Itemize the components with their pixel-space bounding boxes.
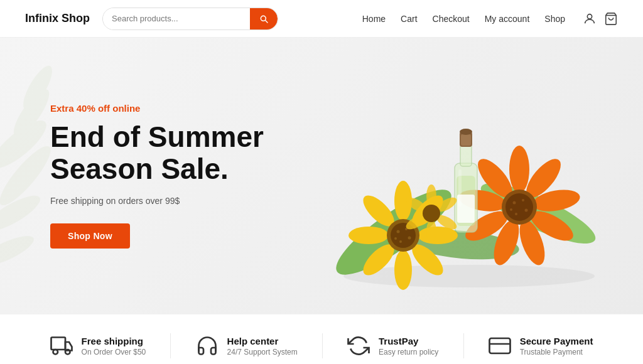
- nav-checkout[interactable]: Checkout: [433, 14, 470, 24]
- feature-trustpay-subtitle: Easy return policy: [379, 348, 438, 356]
- feature-secure-payment-title: Secure Payment: [520, 336, 593, 346]
- shop-now-button[interactable]: Shop Now: [50, 223, 130, 249]
- cart-icon[interactable]: [604, 12, 618, 26]
- feature-help-center: Help center 24/7 Support System: [196, 335, 298, 357]
- hero-discount: 40%: [77, 103, 95, 114]
- user-icon[interactable]: [583, 12, 597, 26]
- hero-tag-prefix: Extra: [50, 103, 77, 114]
- feature-help-center-subtitle: 24/7 Support System: [227, 348, 298, 356]
- svg-rect-58: [51, 338, 65, 350]
- search-bar: [102, 8, 278, 30]
- svg-point-60: [65, 350, 70, 355]
- divider-1: [170, 333, 171, 358]
- feature-secure-payment: Secure Payment Trustable Payment: [489, 335, 593, 357]
- hero-content: Extra 40% off online End of Summer Seaso…: [0, 103, 643, 249]
- feature-help-center-title: Help center: [227, 336, 298, 346]
- nav-icons: [583, 12, 618, 26]
- svg-point-59: [53, 350, 58, 355]
- hero-section: Extra 40% off online End of Summer Seaso…: [0, 38, 643, 314]
- feature-free-shipping: Free shipping On Order Over $50: [50, 335, 146, 357]
- refresh-icon: [347, 335, 370, 357]
- main-nav: Home Cart Checkout My account Shop: [362, 14, 565, 24]
- headphones-icon: [196, 335, 219, 357]
- hero-tag: Extra 40% off online: [50, 103, 643, 114]
- svg-point-16: [394, 250, 412, 290]
- hero-title: End of Summer Season Sale.: [50, 121, 643, 185]
- feature-trustpay-title: TrustPay: [379, 336, 438, 346]
- feature-free-shipping-subtitle: On Order Over $50: [82, 348, 146, 356]
- nav-home[interactable]: Home: [362, 14, 386, 24]
- nav-shop[interactable]: Shop: [544, 14, 565, 24]
- feature-secure-payment-subtitle: Trustable Payment: [520, 348, 593, 356]
- svg-rect-61: [489, 338, 510, 353]
- header: Infinix Shop Home Cart Checkout My accou…: [0, 0, 643, 38]
- truck-icon: [50, 335, 73, 357]
- hero-shipping-text: Free shipping on orders over 99$: [50, 196, 643, 206]
- divider-2: [322, 333, 323, 358]
- search-button[interactable]: [250, 8, 278, 30]
- svg-point-0: [587, 14, 592, 18]
- features-bar: Free shipping On Order Over $50 Help cen…: [0, 314, 643, 364]
- nav-my-account[interactable]: My account: [485, 14, 530, 24]
- feature-trustpay: TrustPay Easy return policy: [347, 335, 438, 357]
- logo: Infinix Shop: [25, 12, 90, 25]
- feature-free-shipping-title: Free shipping: [82, 336, 146, 346]
- hero-tag-suffix: off online: [95, 103, 141, 114]
- search-input[interactable]: [103, 8, 250, 29]
- hero-title-line1: End of Summer: [50, 120, 264, 153]
- credit-card-icon: [489, 335, 511, 357]
- nav-cart[interactable]: Cart: [401, 14, 417, 24]
- hero-title-line2: Season Sale.: [50, 153, 229, 185]
- divider-3: [463, 333, 464, 358]
